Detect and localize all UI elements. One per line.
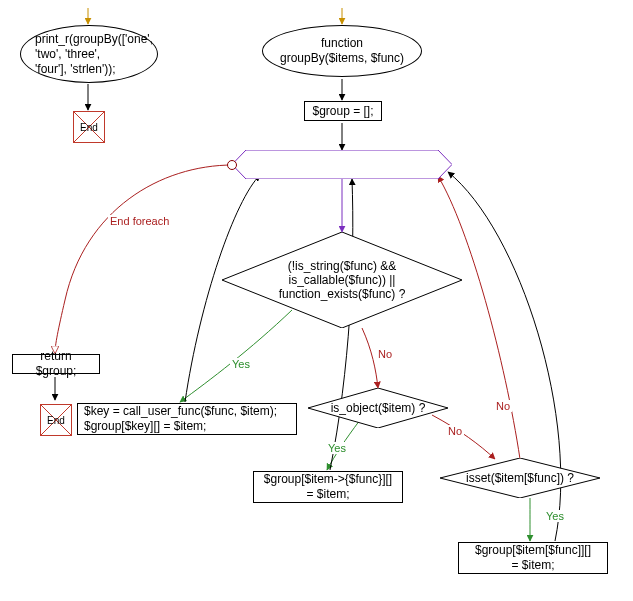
end-node-1-label: End	[80, 122, 98, 133]
return-group-text: return $group;	[19, 349, 93, 379]
init-group-node: $group = [];	[304, 101, 382, 121]
call-print-text: print_r(groupBy(['one', 'two', 'three', …	[35, 32, 153, 77]
end-node-2: End	[40, 404, 72, 436]
label-no-callable: No	[376, 348, 394, 360]
cond-callable-text: (!is_string($func) && is_callable($func)…	[240, 259, 444, 301]
label-no-isset: No	[494, 400, 512, 412]
label-end-foreach: End foreach	[108, 215, 171, 227]
label-yes-callable: Yes	[230, 358, 252, 370]
flowchart-canvas: print_r(groupBy(['one', 'two', 'three', …	[0, 0, 633, 601]
function-decl-node: function groupBy($items, $func)	[262, 25, 422, 77]
svg-marker-2	[232, 150, 452, 179]
cond-callable-node: (!is_string($func) && is_callable($func)…	[222, 232, 462, 328]
function-decl-text: function groupBy($items, $func)	[280, 36, 404, 66]
assign-key-node: $key = call_user_func($func, $item); $gr…	[77, 403, 297, 435]
assign-key-text: $key = call_user_func($func, $item); $gr…	[84, 404, 277, 434]
assign-arr-text: $group[$item[$func]][] = $item;	[475, 543, 591, 573]
assign-obj-node: $group[$item->{$func}][] = $item;	[253, 471, 403, 503]
assign-arr-node: $group[$item[$func]][] = $item;	[458, 542, 608, 574]
call-print-node: print_r(groupBy(['one', 'two', 'three', …	[20, 25, 158, 83]
foreach-node: foreach ($items as $item)	[232, 150, 452, 179]
cond-isset-text: isset($item[$func]) ?	[466, 471, 574, 485]
cond-isobject-text: is_object($item) ?	[331, 401, 426, 415]
init-group-text: $group = [];	[312, 104, 373, 119]
label-yes-isset: Yes	[544, 510, 566, 522]
label-no-isobject: No	[446, 425, 464, 437]
return-group-node: return $group;	[12, 354, 100, 374]
end-node-1: End	[73, 111, 105, 143]
label-yes-isobject: Yes	[326, 442, 348, 454]
end-node-2-label: End	[47, 415, 65, 426]
cond-isobject-node: is_object($item) ?	[308, 388, 448, 428]
foreach-end-marker	[227, 160, 237, 170]
cond-isset-node: isset($item[$func]) ?	[440, 458, 600, 498]
assign-obj-text: $group[$item->{$func}][] = $item;	[264, 472, 392, 502]
